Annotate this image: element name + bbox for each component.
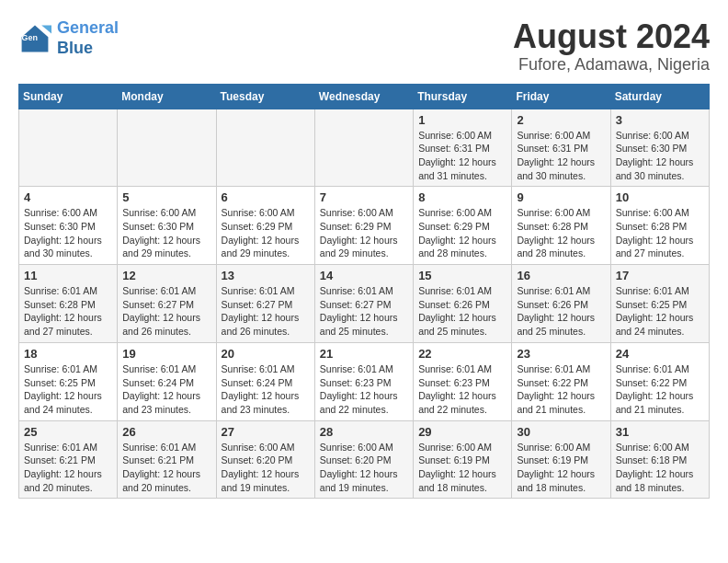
svg-text:Gen: Gen	[22, 32, 39, 41]
calendar-cell: 15Sunrise: 6:01 AMSunset: 6:26 PMDayligh…	[414, 265, 512, 343]
day-info: Sunrise: 6:00 AMSunset: 6:28 PMDaylight:…	[616, 206, 704, 260]
calendar-week-row: 1Sunrise: 6:00 AMSunset: 6:31 PMDaylight…	[19, 109, 710, 187]
weekday-header: Wednesday	[314, 84, 413, 109]
day-number: 18	[24, 347, 112, 361]
calendar-cell: 24Sunrise: 6:01 AMSunset: 6:22 PMDayligh…	[610, 342, 709, 420]
calendar-cell	[216, 109, 314, 187]
day-number: 2	[517, 113, 605, 127]
day-number: 20	[222, 347, 310, 361]
calendar-cell: 18Sunrise: 6:01 AMSunset: 6:25 PMDayligh…	[19, 342, 118, 420]
day-info: Sunrise: 6:01 AMSunset: 6:27 PMDaylight:…	[320, 284, 408, 339]
calendar-cell: 29Sunrise: 6:00 AMSunset: 6:19 PMDayligh…	[414, 420, 512, 499]
day-info: Sunrise: 6:00 AMSunset: 6:20 PMDaylight:…	[320, 441, 408, 495]
calendar-cell: 9Sunrise: 6:00 AMSunset: 6:28 PMDaylight…	[512, 187, 610, 265]
day-info: Sunrise: 6:01 AMSunset: 6:27 PMDaylight:…	[122, 284, 210, 339]
day-info: Sunrise: 6:00 AMSunset: 6:18 PMDaylight:…	[616, 441, 704, 495]
day-number: 19	[122, 347, 210, 361]
day-number: 31	[616, 425, 704, 439]
calendar-cell: 11Sunrise: 6:01 AMSunset: 6:28 PMDayligh…	[19, 265, 118, 343]
calendar-cell: 16Sunrise: 6:01 AMSunset: 6:26 PMDayligh…	[512, 265, 610, 343]
day-number: 23	[517, 347, 605, 361]
title-block: August 2024 Fufore, Adamawa, Nigeria	[513, 18, 710, 75]
calendar-cell: 2Sunrise: 6:00 AMSunset: 6:31 PMDaylight…	[512, 109, 610, 187]
day-number: 28	[320, 425, 408, 439]
day-number: 25	[24, 425, 112, 439]
day-info: Sunrise: 6:00 AMSunset: 6:19 PMDaylight:…	[517, 441, 605, 495]
calendar-cell: 22Sunrise: 6:01 AMSunset: 6:23 PMDayligh…	[414, 342, 512, 420]
calendar-cell: 26Sunrise: 6:01 AMSunset: 6:21 PMDayligh…	[118, 420, 216, 499]
calendar-cell: 20Sunrise: 6:01 AMSunset: 6:24 PMDayligh…	[216, 342, 314, 420]
calendar-cell: 7Sunrise: 6:00 AMSunset: 6:29 PMDaylight…	[314, 187, 413, 265]
weekday-header: Tuesday	[216, 84, 314, 109]
day-number: 3	[616, 113, 704, 127]
day-info: Sunrise: 6:00 AMSunset: 6:31 PMDaylight:…	[517, 129, 605, 183]
calendar-cell	[19, 109, 118, 187]
svg-marker-1	[41, 25, 51, 33]
day-info: Sunrise: 6:01 AMSunset: 6:21 PMDaylight:…	[24, 441, 112, 495]
calendar-cell: 1Sunrise: 6:00 AMSunset: 6:31 PMDaylight…	[414, 109, 512, 187]
day-info: Sunrise: 6:01 AMSunset: 6:25 PMDaylight:…	[24, 362, 112, 417]
day-info: Sunrise: 6:00 AMSunset: 6:29 PMDaylight:…	[320, 206, 408, 260]
calendar-title: August 2024	[513, 18, 710, 55]
calendar-cell: 23Sunrise: 6:01 AMSunset: 6:22 PMDayligh…	[512, 342, 610, 420]
calendar-cell: 4Sunrise: 6:00 AMSunset: 6:30 PMDaylight…	[19, 187, 118, 265]
calendar-cell: 14Sunrise: 6:01 AMSunset: 6:27 PMDayligh…	[314, 265, 413, 343]
weekday-header: Thursday	[414, 84, 512, 109]
calendar-cell	[314, 109, 413, 187]
weekday-header: Monday	[118, 84, 216, 109]
day-number: 9	[517, 190, 605, 204]
day-info: Sunrise: 6:00 AMSunset: 6:19 PMDaylight:…	[418, 441, 506, 495]
day-number: 30	[517, 425, 605, 439]
day-number: 7	[320, 190, 408, 204]
day-number: 22	[418, 347, 506, 361]
calendar-cell: 21Sunrise: 6:01 AMSunset: 6:23 PMDayligh…	[314, 342, 413, 420]
day-info: Sunrise: 6:00 AMSunset: 6:29 PMDaylight:…	[222, 206, 310, 260]
day-info: Sunrise: 6:00 AMSunset: 6:31 PMDaylight:…	[418, 129, 506, 183]
calendar-cell	[118, 109, 216, 187]
logo-icon: Gen	[18, 22, 51, 55]
day-number: 10	[616, 190, 704, 204]
calendar-header-row: SundayMondayTuesdayWednesdayThursdayFrid…	[19, 84, 710, 109]
day-info: Sunrise: 6:00 AMSunset: 6:20 PMDaylight:…	[222, 441, 310, 495]
day-info: Sunrise: 6:01 AMSunset: 6:21 PMDaylight:…	[122, 441, 210, 495]
page-header: Gen General Blue August 2024 Fufore, Ada…	[18, 18, 710, 75]
day-number: 4	[24, 190, 112, 204]
day-info: Sunrise: 6:01 AMSunset: 6:28 PMDaylight:…	[24, 284, 112, 339]
weekday-header: Saturday	[610, 84, 709, 109]
day-info: Sunrise: 6:00 AMSunset: 6:30 PMDaylight:…	[24, 206, 112, 260]
calendar-cell: 5Sunrise: 6:00 AMSunset: 6:30 PMDaylight…	[118, 187, 216, 265]
calendar-week-row: 25Sunrise: 6:01 AMSunset: 6:21 PMDayligh…	[19, 420, 710, 499]
day-number: 27	[222, 425, 310, 439]
logo-line1: General	[57, 18, 119, 37]
day-number: 1	[418, 113, 506, 127]
calendar-cell: 27Sunrise: 6:00 AMSunset: 6:20 PMDayligh…	[216, 420, 314, 499]
day-info: Sunrise: 6:01 AMSunset: 6:26 PMDaylight:…	[418, 284, 506, 339]
day-number: 13	[222, 269, 310, 282]
day-number: 8	[418, 190, 506, 204]
day-info: Sunrise: 6:01 AMSunset: 6:24 PMDaylight:…	[222, 362, 310, 417]
calendar-subtitle: Fufore, Adamawa, Nigeria	[513, 55, 710, 75]
day-number: 21	[320, 347, 408, 361]
weekday-header: Friday	[512, 84, 610, 109]
calendar-cell: 12Sunrise: 6:01 AMSunset: 6:27 PMDayligh…	[118, 265, 216, 343]
calendar-week-row: 18Sunrise: 6:01 AMSunset: 6:25 PMDayligh…	[19, 342, 710, 420]
day-info: Sunrise: 6:01 AMSunset: 6:23 PMDaylight:…	[320, 362, 408, 417]
calendar-cell: 17Sunrise: 6:01 AMSunset: 6:25 PMDayligh…	[610, 265, 709, 343]
day-number: 14	[320, 269, 408, 282]
calendar-table: SundayMondayTuesdayWednesdayThursdayFrid…	[18, 84, 710, 500]
calendar-cell: 8Sunrise: 6:00 AMSunset: 6:29 PMDaylight…	[414, 187, 512, 265]
day-info: Sunrise: 6:00 AMSunset: 6:30 PMDaylight:…	[122, 206, 210, 260]
calendar-cell: 19Sunrise: 6:01 AMSunset: 6:24 PMDayligh…	[118, 342, 216, 420]
day-number: 17	[616, 269, 704, 282]
day-info: Sunrise: 6:01 AMSunset: 6:22 PMDaylight:…	[616, 362, 704, 417]
day-info: Sunrise: 6:00 AMSunset: 6:28 PMDaylight:…	[517, 206, 605, 260]
day-number: 29	[418, 425, 506, 439]
calendar-cell: 3Sunrise: 6:00 AMSunset: 6:30 PMDaylight…	[610, 109, 709, 187]
day-number: 16	[517, 269, 605, 282]
day-info: Sunrise: 6:01 AMSunset: 6:26 PMDaylight:…	[517, 284, 605, 339]
day-number: 26	[122, 425, 210, 439]
calendar-cell: 31Sunrise: 6:00 AMSunset: 6:18 PMDayligh…	[610, 420, 709, 499]
day-info: Sunrise: 6:00 AMSunset: 6:29 PMDaylight:…	[418, 206, 506, 260]
calendar-week-row: 4Sunrise: 6:00 AMSunset: 6:30 PMDaylight…	[19, 187, 710, 265]
calendar-cell: 28Sunrise: 6:00 AMSunset: 6:20 PMDayligh…	[314, 420, 413, 499]
